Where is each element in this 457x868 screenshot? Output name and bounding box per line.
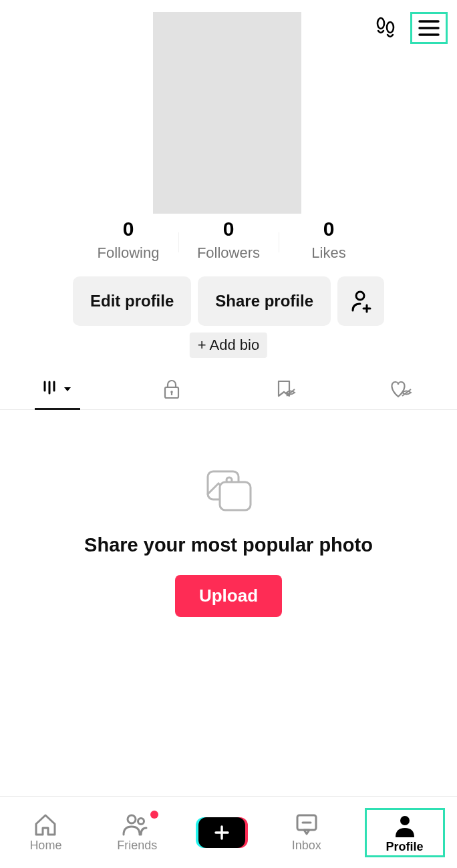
stat-followers[interactable]: 0 Followers — [178, 218, 279, 262]
svg-point-1 — [387, 22, 394, 33]
stat-likes-value: 0 — [323, 218, 335, 240]
lock-icon — [162, 379, 181, 399]
add-bio-button[interactable]: + Add bio — [190, 333, 267, 358]
tab-liked[interactable] — [343, 369, 457, 409]
stat-following-value: 0 — [123, 218, 134, 240]
svg-point-21 — [138, 819, 144, 825]
stat-followers-value: 0 — [223, 218, 235, 240]
chevron-down-icon — [63, 386, 72, 393]
tab-grid[interactable] — [0, 369, 114, 409]
photos-icon — [204, 467, 253, 514]
tab-bookmarks[interactable] — [228, 369, 343, 409]
nav-create[interactable] — [195, 817, 249, 848]
hamburger-menu-highlight — [410, 12, 448, 44]
add-friends-button[interactable] — [337, 276, 384, 326]
svg-rect-19 — [220, 482, 251, 510]
person-plus-icon — [347, 288, 374, 314]
bookmark-hidden-icon — [275, 379, 297, 399]
stat-likes[interactable]: 0 Likes — [279, 218, 379, 262]
stat-following-label: Following — [98, 244, 160, 262]
share-profile-button[interactable]: Share profile — [198, 276, 331, 326]
nav-inbox[interactable]: Inbox — [273, 812, 340, 853]
footprints-icon[interactable] — [374, 16, 397, 40]
inbox-icon — [293, 812, 320, 837]
profile-icon — [393, 813, 417, 839]
stat-likes-label: Likes — [311, 244, 345, 262]
svg-point-27 — [400, 816, 410, 825]
nav-home[interactable]: Home — [12, 812, 79, 853]
svg-point-20 — [128, 815, 136, 823]
bottom-nav: Home Friends Inbox — [0, 796, 457, 868]
avatar-placeholder[interactable] — [153, 12, 301, 214]
stats-row: 0 Following 0 Followers 0 Likes — [0, 218, 457, 262]
nav-inbox-label: Inbox — [292, 839, 321, 853]
stat-following[interactable]: 0 Following — [78, 218, 178, 262]
svg-marker-25 — [304, 830, 309, 834]
nav-home-label: Home — [29, 839, 61, 853]
nav-profile[interactable]: Profile — [371, 813, 438, 854]
create-button[interactable] — [198, 817, 245, 848]
empty-state-title: Share your most popular photo — [84, 534, 373, 556]
grid-icon — [43, 380, 60, 399]
edit-profile-button[interactable]: Edit profile — [73, 276, 191, 326]
empty-state: Share your most popular photo Upload — [0, 467, 457, 617]
nav-profile-highlight: Profile — [365, 808, 445, 857]
hamburger-icon[interactable] — [418, 18, 440, 38]
nav-friends[interactable]: Friends — [104, 812, 170, 853]
stat-followers-label: Followers — [197, 244, 260, 262]
svg-point-0 — [377, 18, 384, 29]
tab-private[interactable] — [114, 369, 228, 409]
friends-icon — [121, 812, 153, 837]
plus-icon — [213, 824, 231, 841]
content-tabs — [0, 369, 457, 410]
nav-friends-label: Friends — [117, 839, 157, 853]
home-icon — [32, 812, 59, 837]
heart-hidden-icon — [388, 379, 413, 399]
tab-active-indicator — [35, 408, 80, 410]
friends-notification-dot — [150, 811, 158, 819]
profile-actions: Edit profile Share profile — [0, 276, 457, 326]
upload-button[interactable]: Upload — [175, 575, 282, 617]
svg-point-5 — [356, 292, 364, 300]
svg-marker-11 — [64, 387, 71, 391]
nav-profile-label: Profile — [386, 840, 424, 854]
